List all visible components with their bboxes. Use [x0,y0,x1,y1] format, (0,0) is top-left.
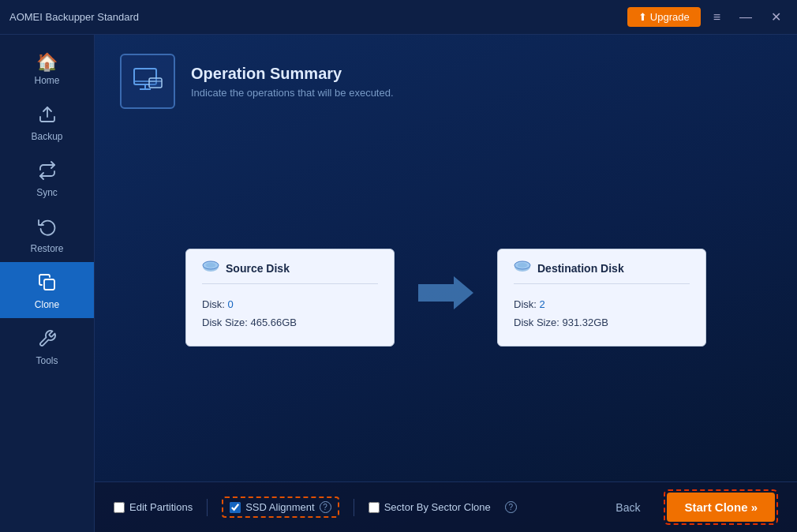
sync-icon [38,161,57,183]
sector-clone-label: Sector By Sector Clone [384,501,491,513]
source-disk-icon [202,260,219,277]
minimize-button[interactable]: — [733,8,758,27]
destination-disk-header: Destination Disk [514,260,690,284]
source-disk-header: Source Disk [202,260,378,284]
close-button[interactable]: ✕ [765,8,788,27]
operation-icon-box [120,54,175,109]
svg-marker-11 [418,276,473,309]
sidebar-label-restore: Restore [30,243,63,254]
source-disk-info: Disk: 0 Disk Size: 465.66GB [202,295,378,332]
title-bar: AOMEI Backupper Standard ⬆ Upgrade ≡ — ✕ [0,0,797,35]
ssd-alignment-checkbox[interactable] [230,502,241,513]
svg-point-10 [206,263,215,268]
main-layout: 🏠 Home Backup [0,35,797,532]
destination-disk-size: Disk Size: 931.32GB [514,313,690,332]
ssd-alignment-box: SSD Alignment ? [222,496,339,518]
source-disk-card: Source Disk Disk: 0 Disk Size: 465.66GB [185,249,395,347]
sidebar-label-clone: Clone [35,299,59,310]
operation-icon [130,64,165,99]
edit-partitions-checkbox[interactable] [114,502,125,513]
sector-clone-checkbox[interactable] [369,502,380,513]
operation-header: Operation Summary Indicate the operation… [95,35,797,122]
separator-2 [354,499,354,516]
sidebar-label-backup: Backup [31,131,62,142]
source-disk-size: Disk Size: 465.66GB [202,313,378,332]
sidebar-label-tools: Tools [36,355,58,366]
destination-disk-icon [514,260,531,277]
start-clone-wrapper: Start Clone » [664,489,778,525]
edit-partitions-label: Edit Partitions [129,501,193,513]
svg-point-14 [518,263,527,268]
upgrade-button[interactable]: ⬆ Upgrade [627,7,700,27]
backup-icon [38,105,57,127]
menu-button[interactable]: ≡ [707,8,727,27]
separator-1 [207,499,208,516]
sidebar-item-sync[interactable]: Sync [0,150,94,206]
ssd-alignment-help-icon[interactable]: ? [320,501,331,513]
source-disk-title: Source Disk [226,262,290,275]
sidebar-item-tools[interactable]: Tools [0,318,94,374]
sidebar-label-sync: Sync [36,187,58,198]
operation-text: Operation Summary Indicate the operation… [191,65,394,99]
tools-icon [38,329,57,351]
disk-area: Source Disk Disk: 0 Disk Size: 465.66GB [95,122,797,481]
sidebar-item-clone[interactable]: Clone [0,262,94,318]
sidebar-item-backup[interactable]: Backup [0,94,94,150]
sidebar-item-restore[interactable]: Restore [0,206,94,262]
content-area: Operation Summary Indicate the operation… [95,35,797,532]
operation-title: Operation Summary [191,65,394,83]
start-clone-button[interactable]: Start Clone » [667,493,775,522]
app-title: AOMEI Backupper Standard [9,11,139,23]
bottom-bar: Edit Partitions SSD Alignment ? Sector B… [95,481,797,532]
edit-partitions-checkbox-label[interactable]: Edit Partitions [114,501,193,513]
svg-rect-6 [149,78,162,88]
operation-subtitle: Indicate the operations that will be exe… [191,87,394,99]
clone-icon [38,273,57,295]
title-bar-controls: ⬆ Upgrade ≡ — ✕ [627,7,788,27]
sector-clone-checkbox-label[interactable]: Sector By Sector Clone [369,501,491,513]
sidebar: 🏠 Home Backup [0,35,95,532]
destination-disk-info: Disk: 2 Disk Size: 931.32GB [514,295,690,332]
destination-disk-number: Disk: 2 [514,295,690,313]
arrow-icon [418,273,473,322]
destination-disk-title: Destination Disk [537,262,624,275]
destination-disk-card: Destination Disk Disk: 2 Disk Size: 931.… [497,249,706,347]
sector-clone-help-icon[interactable]: ? [505,501,517,513]
restore-icon [38,217,57,239]
svg-rect-1 [44,279,54,290]
home-icon: 🏠 [36,54,58,71]
back-button[interactable]: Back [606,496,649,519]
sidebar-item-home[interactable]: 🏠 Home [0,43,94,94]
app-title-area: AOMEI Backupper Standard [9,11,139,23]
ssd-alignment-label: SSD Alignment [245,501,314,513]
source-disk-number: Disk: 0 [202,295,378,313]
ssd-alignment-checkbox-label[interactable]: SSD Alignment [230,501,314,513]
sidebar-label-home: Home [34,75,59,86]
